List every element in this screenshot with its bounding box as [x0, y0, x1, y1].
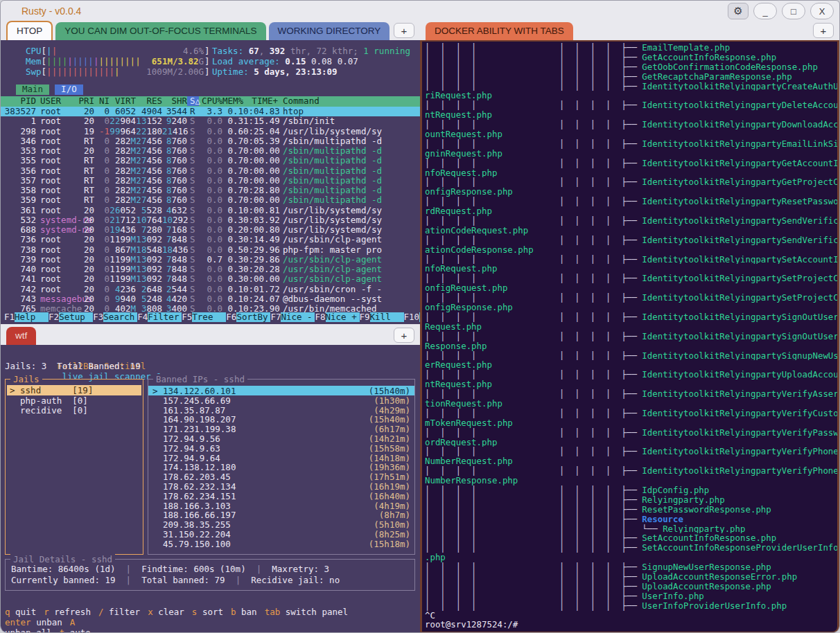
cell: RT — [78, 156, 94, 166]
fkey-f1[interactable]: F1Help — [4, 312, 49, 323]
key-action: ban — [236, 607, 257, 617]
process-row[interactable]: 742root200423626482544S0.00.10:01.72/usr… — [1, 285, 420, 294]
column-header-pri[interactable]: PRI — [78, 96, 94, 106]
banned-ip-row[interactable]: 31.150.22.204(8h25m) — [148, 529, 414, 539]
banned-ip-row[interactable]: 209.38.35.255(5h10m) — [148, 519, 414, 529]
process-row[interactable]: 357rootRT0282M274568760S0.00.70:00.00/sb… — [1, 176, 420, 186]
jail-item-php-auth[interactable]: php-auth [0] — [7, 395, 141, 406]
process-row[interactable]: 741root2001199M130927848S0.00.30:00.00/u… — [1, 274, 420, 284]
banned-ip-row[interactable]: 45.79.150.100(15h18m) — [148, 539, 414, 549]
cell: 20 — [78, 146, 94, 156]
column-header-pid[interactable]: PID — [4, 96, 36, 106]
process-row[interactable]: 743messagebus200994052484420S0.00.10:24.… — [1, 294, 420, 304]
cell: root — [36, 245, 78, 255]
fkey-f8[interactable]: F8Nice + — [315, 312, 359, 323]
column-header-cpu[interactable]: CPU% — [199, 96, 222, 106]
banned-ip-row[interactable]: 172.94.9.64(14h18m) — [148, 453, 414, 463]
banned-ip: 174.138.12.180 — [152, 462, 236, 472]
tab-new-tab-button[interactable]: + — [394, 23, 414, 38]
process-row[interactable]: 361root2002605255284632S0.00.10:00.81/us… — [1, 206, 420, 215]
process-row[interactable]: 355rootRT0282M274568760S0.00.70:00.00/sb… — [1, 156, 420, 166]
text: 0:03.92 — [243, 215, 280, 225]
column-header-s[interactable]: S△ — [187, 96, 199, 106]
banned-ip-row[interactable]: 178.62.234.151(16h40m) — [148, 491, 414, 501]
cell: 27456 — [136, 186, 162, 195]
process-row[interactable]: 358rootRT0282M274568760S0.00.70:28.80/sb… — [1, 186, 420, 195]
process-row[interactable]: 298root19-1999642218021416S0.00.60:25.04… — [1, 127, 420, 136]
jail-item-sshd[interactable]: > sshd [19] — [7, 385, 141, 395]
column-header-time[interactable]: TIME+ — [243, 96, 278, 106]
tree-row: │ │ │ │ │ │ │ │ ├── IdentitytoolkitRelyi… — [425, 197, 837, 206]
tab-docker-ability-with-tabs[interactable]: DOCKER ABILITY WITH TABS — [426, 22, 573, 40]
cell: 0 — [94, 156, 110, 166]
process-row[interactable]: 1root20022904131529240S0.00.31:15.49/sbi… — [1, 116, 420, 126]
banned-ip-row[interactable]: 171.231.199.38(6h17m) — [148, 424, 414, 434]
process-row[interactable]: 356rootRT0282M274568760S0.00.70:00.00/sb… — [1, 166, 420, 176]
process-row[interactable]: 359rootRT0282M274568760S0.00.70:00.00/sb… — [1, 195, 420, 205]
cell: 20 — [78, 235, 94, 244]
process-row[interactable]: 740root2001199M130927848S0.00.30:20.28/u… — [1, 265, 420, 274]
htop-tab-main[interactable]: Main — [16, 84, 49, 95]
text: 353 — [20, 145, 36, 156]
text: 0.0 — [207, 155, 222, 166]
minimize-button[interactable]: _ — [753, 3, 777, 19]
file-name: IdentitytoolkitRelyingpartyVerifyCusto — [642, 409, 837, 418]
process-row[interactable]: 736root2001199M130927848S0.00.30:14.49/u… — [1, 235, 420, 244]
process-row[interactable]: 383527root200605249043544R3.30.10:04.83h… — [1, 107, 420, 116]
process-row[interactable]: 346rootRT0282M274568760S0.00.70:05.39/sb… — [1, 136, 420, 146]
settings-button[interactable]: ⚙ — [728, 3, 749, 19]
maximize-button[interactable]: □ — [782, 3, 805, 19]
left-tab-bar: HTOPYOU CAN DIM OUT-OF-FOCUS TERMINALSWO… — [1, 20, 420, 40]
text: 0.3 — [227, 254, 243, 265]
banned-ip-row[interactable]: 172.94.9.63(15h58m) — [148, 443, 414, 453]
cell: 0:24.07 — [243, 294, 278, 304]
column-header-res[interactable]: RES — [136, 96, 162, 106]
text: ] — [204, 56, 210, 66]
fkey-f7[interactable]: F7Nice - — [270, 312, 315, 323]
column-header-mem[interactable]: MEM% — [222, 96, 243, 106]
text: root — [40, 185, 61, 195]
fkey-f4[interactable]: F4Filter — [137, 312, 182, 323]
key-hint: t auto — [60, 627, 91, 633]
meter-value: 1009M/2.00G — [144, 67, 204, 77]
column-header-virt[interactable]: VIRT — [110, 96, 136, 106]
process-row[interactable]: 738root200867M1854818436S0.00.50:29.96ph… — [1, 245, 420, 255]
banned-ip-row[interactable]: 188.166.66.197(8h7m) — [148, 510, 414, 519]
fkey-f2[interactable]: F2Setup — [49, 312, 93, 323]
ban-time-remaining: (6h17m) — [374, 424, 410, 434]
tree-row: │ │ │ │ │ │ │ │ ├── SetAccountInfoRespon… — [425, 533, 837, 543]
htop-tab-io[interactable]: I/O — [55, 84, 83, 95]
banned-ip-row[interactable]: > 134.122.60.101(15h40m) — [148, 386, 414, 395]
banned-ip-row[interactable]: 178.62.203.45(17h51m) — [148, 472, 414, 481]
column-header-command[interactable]: Command — [278, 96, 420, 106]
fkey-f10[interactable]: F10Quit — [404, 312, 420, 323]
column-header-user[interactable]: USER — [36, 96, 78, 106]
banned-ip-row[interactable]: 174.138.12.180(19h36m) — [148, 462, 414, 472]
fkey-f6[interactable]: F6SortBy — [226, 312, 270, 323]
column-header-shr[interactable]: SHR — [162, 96, 187, 106]
tab-wtf[interactable]: wtf — [6, 327, 36, 345]
column-header-ni[interactable]: NI — [94, 96, 110, 106]
banned-ip-row[interactable]: 178.62.232.134(16h19m) — [148, 481, 414, 491]
process-row[interactable]: 532systemd-re200217121076410292S0.00.30:… — [1, 215, 420, 225]
jail-item-recidive[interactable]: recidive [0] — [7, 405, 141, 416]
fkey-f5[interactable]: F5Tree — [182, 312, 226, 323]
tab-you-can-dim-out-of-focus-terminals[interactable]: YOU CAN DIM OUT-OF-FOCUS TERMINALS — [55, 22, 265, 40]
process-row[interactable]: 739root2001199M130927848S0.70.30:29.86/u… — [1, 255, 420, 265]
tree-row: │ │ │ │ │ │ │ │ ├── SignupNewUserRespons… — [425, 562, 837, 572]
tab-new-tab-button[interactable]: + — [394, 328, 414, 343]
process-row[interactable]: 688systemd-ne2001943672807168S0.00.20:00… — [1, 225, 420, 235]
banned-ip-row[interactable]: 164.90.198.207(15h40m) — [148, 414, 414, 424]
fkey-f3[interactable]: F3Search — [93, 312, 137, 323]
banned-ip-row[interactable]: 172.94.9.56(14h21m) — [148, 434, 414, 443]
fkey-f9[interactable]: F9Kill — [360, 312, 404, 323]
process-row[interactable]: 353root200282M274568760S0.00.70:00.00/sb… — [1, 146, 420, 156]
cell: root — [36, 265, 78, 274]
tab-working-directory[interactable]: WORKING DIRECTORY — [269, 22, 390, 40]
tab-new-tab-button[interactable]: + — [813, 23, 834, 38]
banned-ip-row[interactable]: 161.35.87.87(4h29m) — [148, 405, 414, 415]
banned-ip-row[interactable]: 157.245.66.69(1h30m) — [148, 395, 414, 405]
tab-htop[interactable]: HTOP — [6, 21, 53, 40]
banned-ip-row[interactable]: 188.166.3.103(4h19m) — [148, 501, 414, 510]
close-button[interactable]: X — [810, 3, 834, 19]
